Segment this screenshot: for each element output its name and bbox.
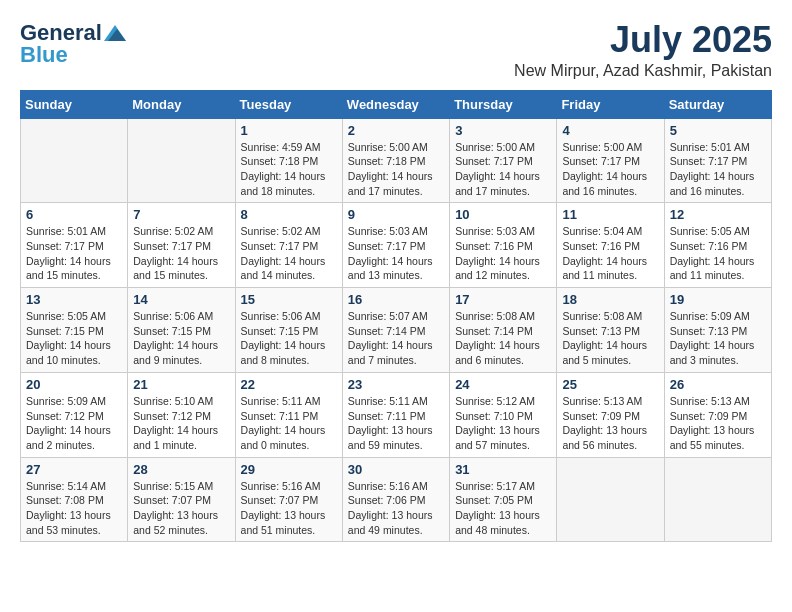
- day-number: 6: [26, 207, 122, 222]
- day-info: Sunrise: 4:59 AM Sunset: 7:18 PM Dayligh…: [241, 140, 337, 199]
- page-header: General Blue July 2025 New Mirpur, Azad …: [20, 20, 772, 80]
- calendar-cell: 16Sunrise: 5:07 AM Sunset: 7:14 PM Dayli…: [342, 288, 449, 373]
- day-info: Sunrise: 5:16 AM Sunset: 7:06 PM Dayligh…: [348, 479, 444, 538]
- calendar-table: SundayMondayTuesdayWednesdayThursdayFrid…: [20, 90, 772, 543]
- calendar-cell: 26Sunrise: 5:13 AM Sunset: 7:09 PM Dayli…: [664, 372, 771, 457]
- calendar-cell: [21, 118, 128, 203]
- day-info: Sunrise: 5:08 AM Sunset: 7:14 PM Dayligh…: [455, 309, 551, 368]
- day-info: Sunrise: 5:03 AM Sunset: 7:16 PM Dayligh…: [455, 224, 551, 283]
- day-info: Sunrise: 5:02 AM Sunset: 7:17 PM Dayligh…: [241, 224, 337, 283]
- logo-icon: [104, 25, 126, 41]
- calendar-cell: 12Sunrise: 5:05 AM Sunset: 7:16 PM Dayli…: [664, 203, 771, 288]
- day-info: Sunrise: 5:03 AM Sunset: 7:17 PM Dayligh…: [348, 224, 444, 283]
- calendar-cell: 1Sunrise: 4:59 AM Sunset: 7:18 PM Daylig…: [235, 118, 342, 203]
- location-subtitle: New Mirpur, Azad Kashmir, Pakistan: [514, 62, 772, 80]
- calendar-cell: 18Sunrise: 5:08 AM Sunset: 7:13 PM Dayli…: [557, 288, 664, 373]
- day-number: 14: [133, 292, 229, 307]
- day-number: 29: [241, 462, 337, 477]
- day-info: Sunrise: 5:11 AM Sunset: 7:11 PM Dayligh…: [348, 394, 444, 453]
- day-info: Sunrise: 5:04 AM Sunset: 7:16 PM Dayligh…: [562, 224, 658, 283]
- day-info: Sunrise: 5:09 AM Sunset: 7:13 PM Dayligh…: [670, 309, 766, 368]
- col-header-tuesday: Tuesday: [235, 90, 342, 118]
- day-number: 13: [26, 292, 122, 307]
- day-number: 31: [455, 462, 551, 477]
- calendar-cell: 6Sunrise: 5:01 AM Sunset: 7:17 PM Daylig…: [21, 203, 128, 288]
- day-number: 3: [455, 123, 551, 138]
- day-number: 10: [455, 207, 551, 222]
- day-number: 1: [241, 123, 337, 138]
- calendar-cell: 10Sunrise: 5:03 AM Sunset: 7:16 PM Dayli…: [450, 203, 557, 288]
- day-number: 5: [670, 123, 766, 138]
- day-number: 11: [562, 207, 658, 222]
- title-block: July 2025 New Mirpur, Azad Kashmir, Paki…: [514, 20, 772, 80]
- calendar-cell: 22Sunrise: 5:11 AM Sunset: 7:11 PM Dayli…: [235, 372, 342, 457]
- calendar-cell: 23Sunrise: 5:11 AM Sunset: 7:11 PM Dayli…: [342, 372, 449, 457]
- day-info: Sunrise: 5:10 AM Sunset: 7:12 PM Dayligh…: [133, 394, 229, 453]
- day-number: 28: [133, 462, 229, 477]
- calendar-cell: 29Sunrise: 5:16 AM Sunset: 7:07 PM Dayli…: [235, 457, 342, 542]
- day-number: 7: [133, 207, 229, 222]
- day-info: Sunrise: 5:09 AM Sunset: 7:12 PM Dayligh…: [26, 394, 122, 453]
- day-number: 27: [26, 462, 122, 477]
- day-number: 17: [455, 292, 551, 307]
- col-header-wednesday: Wednesday: [342, 90, 449, 118]
- calendar-cell: 21Sunrise: 5:10 AM Sunset: 7:12 PM Dayli…: [128, 372, 235, 457]
- day-info: Sunrise: 5:00 AM Sunset: 7:17 PM Dayligh…: [455, 140, 551, 199]
- calendar-cell: [664, 457, 771, 542]
- day-number: 16: [348, 292, 444, 307]
- day-info: Sunrise: 5:15 AM Sunset: 7:07 PM Dayligh…: [133, 479, 229, 538]
- day-number: 18: [562, 292, 658, 307]
- day-info: Sunrise: 5:16 AM Sunset: 7:07 PM Dayligh…: [241, 479, 337, 538]
- col-header-sunday: Sunday: [21, 90, 128, 118]
- logo-blue: Blue: [20, 42, 68, 68]
- day-info: Sunrise: 5:13 AM Sunset: 7:09 PM Dayligh…: [562, 394, 658, 453]
- day-info: Sunrise: 5:14 AM Sunset: 7:08 PM Dayligh…: [26, 479, 122, 538]
- calendar-cell: 28Sunrise: 5:15 AM Sunset: 7:07 PM Dayli…: [128, 457, 235, 542]
- calendar-cell: 8Sunrise: 5:02 AM Sunset: 7:17 PM Daylig…: [235, 203, 342, 288]
- day-info: Sunrise: 5:05 AM Sunset: 7:16 PM Dayligh…: [670, 224, 766, 283]
- day-info: Sunrise: 5:08 AM Sunset: 7:13 PM Dayligh…: [562, 309, 658, 368]
- calendar-cell: 19Sunrise: 5:09 AM Sunset: 7:13 PM Dayli…: [664, 288, 771, 373]
- day-info: Sunrise: 5:12 AM Sunset: 7:10 PM Dayligh…: [455, 394, 551, 453]
- month-title: July 2025: [514, 20, 772, 60]
- col-header-friday: Friday: [557, 90, 664, 118]
- col-header-saturday: Saturday: [664, 90, 771, 118]
- day-number: 9: [348, 207, 444, 222]
- day-info: Sunrise: 5:02 AM Sunset: 7:17 PM Dayligh…: [133, 224, 229, 283]
- calendar-cell: 3Sunrise: 5:00 AM Sunset: 7:17 PM Daylig…: [450, 118, 557, 203]
- calendar-cell: 31Sunrise: 5:17 AM Sunset: 7:05 PM Dayli…: [450, 457, 557, 542]
- day-number: 21: [133, 377, 229, 392]
- day-number: 26: [670, 377, 766, 392]
- day-info: Sunrise: 5:00 AM Sunset: 7:18 PM Dayligh…: [348, 140, 444, 199]
- day-info: Sunrise: 5:11 AM Sunset: 7:11 PM Dayligh…: [241, 394, 337, 453]
- day-number: 8: [241, 207, 337, 222]
- calendar-cell: 20Sunrise: 5:09 AM Sunset: 7:12 PM Dayli…: [21, 372, 128, 457]
- col-header-thursday: Thursday: [450, 90, 557, 118]
- calendar-cell: 7Sunrise: 5:02 AM Sunset: 7:17 PM Daylig…: [128, 203, 235, 288]
- calendar-cell: 27Sunrise: 5:14 AM Sunset: 7:08 PM Dayli…: [21, 457, 128, 542]
- calendar-cell: 11Sunrise: 5:04 AM Sunset: 7:16 PM Dayli…: [557, 203, 664, 288]
- calendar-cell: 5Sunrise: 5:01 AM Sunset: 7:17 PM Daylig…: [664, 118, 771, 203]
- day-number: 24: [455, 377, 551, 392]
- day-number: 2: [348, 123, 444, 138]
- day-info: Sunrise: 5:17 AM Sunset: 7:05 PM Dayligh…: [455, 479, 551, 538]
- calendar-cell: 9Sunrise: 5:03 AM Sunset: 7:17 PM Daylig…: [342, 203, 449, 288]
- calendar-cell: 25Sunrise: 5:13 AM Sunset: 7:09 PM Dayli…: [557, 372, 664, 457]
- day-info: Sunrise: 5:00 AM Sunset: 7:17 PM Dayligh…: [562, 140, 658, 199]
- calendar-cell: 17Sunrise: 5:08 AM Sunset: 7:14 PM Dayli…: [450, 288, 557, 373]
- day-number: 20: [26, 377, 122, 392]
- day-info: Sunrise: 5:01 AM Sunset: 7:17 PM Dayligh…: [26, 224, 122, 283]
- day-info: Sunrise: 5:07 AM Sunset: 7:14 PM Dayligh…: [348, 309, 444, 368]
- calendar-cell: 13Sunrise: 5:05 AM Sunset: 7:15 PM Dayli…: [21, 288, 128, 373]
- calendar-cell: 24Sunrise: 5:12 AM Sunset: 7:10 PM Dayli…: [450, 372, 557, 457]
- calendar-cell: 30Sunrise: 5:16 AM Sunset: 7:06 PM Dayli…: [342, 457, 449, 542]
- calendar-cell: [128, 118, 235, 203]
- day-number: 23: [348, 377, 444, 392]
- calendar-cell: 14Sunrise: 5:06 AM Sunset: 7:15 PM Dayli…: [128, 288, 235, 373]
- day-number: 4: [562, 123, 658, 138]
- day-info: Sunrise: 5:06 AM Sunset: 7:15 PM Dayligh…: [241, 309, 337, 368]
- day-number: 25: [562, 377, 658, 392]
- calendar-cell: 2Sunrise: 5:00 AM Sunset: 7:18 PM Daylig…: [342, 118, 449, 203]
- calendar-cell: [557, 457, 664, 542]
- day-number: 15: [241, 292, 337, 307]
